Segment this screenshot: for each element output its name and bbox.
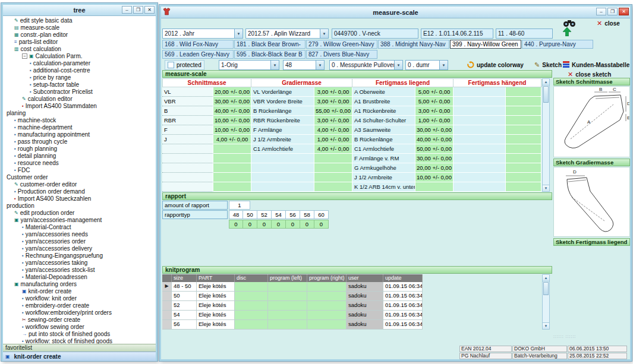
close-button[interactable]: ✕ [619,8,629,15]
tree-item[interactable]: ▪yarn/accessories delivery [3,245,156,252]
scroll-up-icon[interactable]: ▲ [543,79,549,86]
measure-value-cell[interactable] [506,173,541,182]
tree-item[interactable]: →put into stock of finished goods [3,330,156,337]
measure-text-cell[interactable] [162,173,213,182]
chevron-down-icon[interactable]: ▼ [439,61,448,69]
measure-value-cell[interactable] [213,144,251,154]
knit-program-right-cell[interactable] [307,320,347,330]
measure-text-cell[interactable]: B Rückenlänge [251,106,314,116]
rapport-value-cell[interactable]: 0 [257,220,272,229]
amount-of-rapport-value[interactable]: 1 [229,201,250,210]
rapport-value-cell[interactable]: 0 [300,220,314,229]
scrollbar-thumb[interactable] [543,86,549,103]
knit-size-cell[interactable]: 54 [172,311,197,320]
tree-item[interactable]: ▪Subcontractor Pricelist [3,88,156,95]
colorway-tab[interactable]: 595 . Black-Black Bear B [234,50,306,59]
measure-value-cell[interactable] [415,182,454,192]
knit-user-cell[interactable]: sadoku [347,311,383,320]
colorway-tab[interactable]: 279 . Willow Green-Navy [306,40,377,49]
rapport-size-cell[interactable]: 60 [314,210,329,219]
knit-user-cell[interactable]: sadoku [347,320,383,330]
measure-value-cell[interactable] [506,97,541,106]
measure-text-cell[interactable] [162,154,213,163]
measure-value-cell[interactable] [506,182,541,192]
measure-text-cell[interactable]: G Armkugelhöhe [352,163,415,173]
knit-row[interactable]: 54Eleje kötéssadoku01.09.15 06:34 [162,311,423,320]
measure-value-cell[interactable] [213,163,251,173]
measure-text-cell[interactable] [454,135,506,144]
measure-value-cell[interactable]: 30,00 +/- 0,00 [415,154,454,163]
rapport-size-cell[interactable]: 52 [257,210,272,219]
rapport-size-cell[interactable]: 50 [243,210,257,219]
code-field[interactable]: E12 . 1.01.14.06.2.115 [421,29,493,39]
tree-item[interactable]: Customer order [3,173,156,181]
tree-item[interactable]: production [3,202,156,209]
tree-item[interactable]: ▣yarn/accessories-management [3,216,156,223]
knit-part-cell[interactable]: Eleje kötés [197,282,235,292]
measure-value-cell[interactable] [213,182,251,192]
measure-text-cell[interactable]: A4 Schulter-Schulter [352,116,415,125]
measure-text-cell[interactable] [162,182,213,192]
measure-text-cell[interactable]: F Armlänge [251,125,314,135]
measure-value-cell[interactable]: 4,00 +/- 0,00 [213,135,251,144]
measure-text-cell[interactable]: B [162,106,213,116]
knit-program-left-cell[interactable] [268,311,307,320]
tree-item[interactable]: ▪detail planning [3,152,156,159]
year-combo[interactable]: 2012 . Jahr ▼ [162,29,243,39]
tree-item[interactable]: ▪additional-cost-centre [3,67,156,74]
measure-value-cell[interactable]: 30,00 +/- 0,00 [213,97,251,106]
tree-item[interactable]: ▪price by range [3,74,156,81]
protected-checkbox-group[interactable]: protected [165,60,204,70]
scroll-down-icon[interactable]: ▼ [543,185,549,191]
tree-item[interactable]: ▪manufacturing appointment [3,131,156,138]
measure-value-cell[interactable] [506,154,541,163]
measure-text-cell[interactable] [454,154,506,163]
rapport-size-cell[interactable]: 54 [272,210,286,219]
colorway-tab[interactable]: 181 . Black Bear Brown- [234,40,306,49]
tree-item[interactable]: planing [3,109,156,116]
knit-user-cell[interactable]: sadoku [347,301,383,311]
measure-text-cell[interactable]: C1 Armlochtiefe [352,144,415,154]
protected-checkbox[interactable] [168,62,174,68]
knit-update-cell[interactable]: 01.09.15 06:34 [383,282,423,292]
knit-disc-cell[interactable] [235,301,268,311]
knit-disc-cell[interactable] [235,311,268,320]
close-button[interactable]: ✕ [144,6,155,14]
measure-text-cell[interactable]: J [162,135,213,144]
knit-update-cell[interactable]: 01.09.15 06:34 [383,320,423,330]
expander-icon[interactable]: − [22,53,27,59]
tree-item[interactable]: −▣Calculation Parm. [3,52,156,59]
tree-item[interactable]: ▪rough planning [3,145,156,152]
tree-item[interactable]: ▪Rechnung-Eingangspruefung [3,252,156,259]
tree-item[interactable]: ▪yarn/accessories order [3,238,156,245]
tree-item[interactable]: ▪Material-Contract [3,223,156,230]
knit-program-left-cell[interactable] [268,301,307,311]
chevron-down-icon[interactable]: ▼ [234,29,243,38]
tree-item[interactable]: ▥cost calculation [3,45,156,52]
knit-program-right-cell[interactable] [307,282,347,292]
maximize-button[interactable]: ❐ [607,8,618,15]
measure-value-cell[interactable] [506,125,541,135]
tree-item[interactable]: ▤measure-scale [3,24,156,31]
measure-value-cell[interactable] [506,106,541,116]
measure-text-cell[interactable]: RBR Rückenbreite [251,116,314,125]
knit-program-right-cell[interactable] [307,311,347,320]
measure-scrollbar[interactable]: ▲ ▼ [542,78,550,192]
measure-text-cell[interactable] [162,163,213,173]
measure-text-cell[interactable] [454,144,506,154]
knit-size-cell[interactable]: 56 [172,320,197,330]
measure-value-cell[interactable] [314,173,352,182]
scroll-down-icon[interactable]: ▼ [543,322,549,329]
measure-value-cell[interactable]: 3,00 +/- 0,00 [314,87,352,97]
measure-value-cell[interactable]: 4,00 +/- 0,00 [314,144,352,154]
tree-item[interactable]: ▪Production order demand [3,188,156,195]
tree-item[interactable]: ✎customer-order editor [3,181,156,188]
knit-row[interactable]: ▶48 - 50Eleje kötéssadoku01.09.15 06:34 [162,282,423,292]
measure-value-cell[interactable] [506,144,541,154]
tree-item[interactable]: ✎edit production order [3,209,156,216]
measure-value-cell[interactable] [314,182,352,192]
measure-value-cell[interactable]: 10,00 +/- 0,00 [213,116,251,125]
knit-program-left-cell[interactable] [268,320,307,330]
measure-value-cell[interactable]: 30,00 +/- 0,00 [415,125,454,135]
tree-item[interactable]: ▣knit-order create [3,287,156,295]
